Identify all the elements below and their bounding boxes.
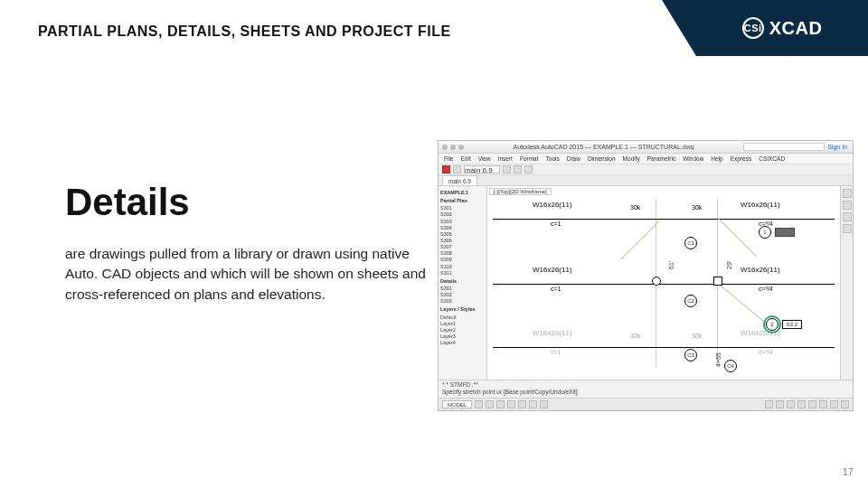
grid-bubble[interactable]: 1 — [759, 226, 771, 239]
menu-edit[interactable]: Edit — [460, 155, 470, 162]
status-icon[interactable] — [765, 400, 773, 408]
osnap-icon[interactable] — [518, 400, 526, 408]
dim-label: 30k — [692, 333, 702, 339]
status-icon[interactable] — [808, 400, 816, 408]
menu-dimension[interactable]: Dimension — [588, 155, 616, 162]
menu-window[interactable]: Window — [683, 155, 703, 162]
status-icon[interactable] — [787, 400, 795, 408]
record-icon[interactable] — [442, 165, 450, 174]
tab-main[interactable]: main 6.9 — [442, 175, 477, 185]
orbit-icon[interactable] — [843, 224, 852, 233]
snap-icon[interactable] — [486, 400, 494, 408]
leader-line — [718, 218, 757, 257]
menu-format[interactable]: Format — [520, 155, 539, 162]
detail-bubble[interactable]: C2 — [684, 295, 697, 307]
menu-modify[interactable]: Modify — [623, 155, 640, 162]
menu-tools[interactable]: Tools — [546, 155, 560, 162]
brand-name: XCAD — [769, 18, 823, 39]
section-title: Details — [65, 181, 427, 224]
toolbar-button[interactable] — [514, 165, 522, 174]
signin-link[interactable]: Sign In — [827, 144, 847, 150]
sidebar-item[interactable]: S303 — [440, 298, 485, 305]
detail-bubble[interactable]: C3 — [684, 349, 697, 361]
sidebar-details-hdr: Details — [440, 278, 485, 285]
toolbar-button[interactable] — [453, 165, 461, 174]
sidebar-item[interactable]: S308 — [440, 250, 485, 257]
status-icon[interactable] — [797, 400, 806, 408]
sidebar-item[interactable]: Layer3 — [440, 333, 485, 340]
sidebar-item[interactable]: S309 — [440, 257, 485, 263]
camber-label: c=1 — [551, 221, 561, 227]
sidebar-item[interactable]: Layer4 — [440, 340, 485, 346]
toolbar: main 6.9 — [439, 164, 853, 175]
sidebar-group: Partial Plan — [440, 198, 485, 204]
otrack-icon[interactable] — [529, 400, 537, 408]
grid-icon[interactable] — [475, 400, 483, 408]
model-space-toggle[interactable]: MODEL — [442, 400, 472, 408]
sidebar-item[interactable]: Layer2 — [440, 327, 485, 333]
sidebar-item[interactable]: S301 — [440, 205, 485, 211]
dim-label: 30k — [630, 333, 640, 339]
beam-line — [493, 347, 835, 348]
menu-view[interactable]: View — [478, 155, 491, 162]
sidebar-item[interactable]: S303 — [440, 219, 485, 225]
document-tabs: main 6.9 — [439, 175, 853, 186]
lineweight-icon[interactable] — [540, 400, 548, 408]
sidebar-item[interactable]: Default — [440, 314, 485, 321]
status-icon[interactable] — [830, 400, 838, 408]
project-sidebar: EXAMPLE.1 Partial Plan S301 S302 S303 S3… — [439, 186, 487, 380]
page-number: 17 — [843, 466, 854, 477]
search-input[interactable] — [743, 143, 825, 151]
slide-header: PARTIAL PLANS, DETAILS, SHEETS AND PROJE… — [0, 0, 868, 56]
camber-label: c=³/4 — [759, 349, 773, 355]
toolbar-button[interactable] — [503, 165, 511, 174]
command-bar[interactable]: *.* STMFD .** Specify stretch point or [… — [439, 380, 853, 398]
nav-cube-icon[interactable] — [843, 189, 852, 198]
grid-bubble[interactable]: 2 — [766, 318, 778, 331]
status-icon[interactable] — [819, 400, 827, 408]
status-icon[interactable] — [841, 400, 849, 408]
dim-label: 30k — [692, 204, 702, 211]
sidebar-item[interactable]: S306 — [440, 238, 485, 244]
sidebar-item[interactable]: S302 — [440, 211, 485, 218]
beam-label: W16x26(11) — [533, 266, 572, 274]
drawing-canvas[interactable]: [-][Top][2D Wireframe] W16x26(11) c=1 30… — [487, 186, 840, 380]
sidebar-title: EXAMPLE.1 — [440, 190, 485, 196]
zoom-icon[interactable] — [843, 212, 852, 221]
sheet-ref[interactable]: S3.2 — [782, 320, 802, 329]
menu-csixcad[interactable]: CSIXCAD — [759, 155, 785, 162]
sidebar-item[interactable]: S310 — [440, 264, 485, 270]
detail-bubble[interactable]: C1 — [684, 237, 697, 249]
viewport-label[interactable]: [-][Top][2D Wireframe] — [489, 188, 552, 195]
autocad-window: Autodesk AutoCAD 2015 — EXAMPLE.1 — STRU… — [438, 140, 854, 411]
status-icon[interactable] — [776, 400, 784, 408]
window-controls[interactable] — [442, 145, 464, 150]
breadcrumb: PARTIAL PLANS, DETAILS, SHEETS AND PROJE… — [38, 23, 451, 40]
detail-bubble[interactable]: C4 — [724, 360, 737, 372]
polar-icon[interactable] — [507, 400, 515, 408]
menu-draw[interactable]: Draw — [567, 155, 580, 162]
menu-parametric[interactable]: Parametric — [647, 155, 675, 162]
ortho-icon[interactable] — [496, 400, 505, 408]
menu-file[interactable]: File — [444, 155, 453, 162]
sidebar-item[interactable]: S307 — [440, 244, 485, 250]
layer-dropdown[interactable]: main 6.9 — [464, 165, 500, 174]
sidebar-item[interactable]: S311 — [440, 270, 485, 277]
menu-express[interactable]: Express — [731, 155, 751, 162]
menu-insert[interactable]: Insert — [498, 155, 513, 162]
section-paragraph: are drawings pulled from a library or dr… — [65, 244, 427, 305]
node-marker-icon — [713, 277, 722, 286]
pan-icon[interactable] — [843, 201, 852, 210]
grid-tag[interactable] — [775, 228, 795, 237]
sidebar-item[interactable]: Layer1 — [440, 321, 485, 327]
window-title: Autodesk AutoCAD 2015 — EXAMPLE.1 — STRU… — [464, 144, 743, 150]
toolbar-button[interactable] — [524, 165, 533, 174]
sidebar-item[interactable]: S302 — [440, 292, 485, 298]
beam-label: W16x26(11) — [741, 266, 780, 274]
sidebar-item[interactable]: S301 — [440, 286, 485, 292]
sidebar-item[interactable]: S304 — [440, 225, 485, 231]
beam-line — [493, 284, 835, 285]
vdimension: 4+55 — [715, 352, 722, 367]
menu-help[interactable]: Help — [711, 155, 722, 162]
sidebar-item[interactable]: S305 — [440, 231, 485, 238]
